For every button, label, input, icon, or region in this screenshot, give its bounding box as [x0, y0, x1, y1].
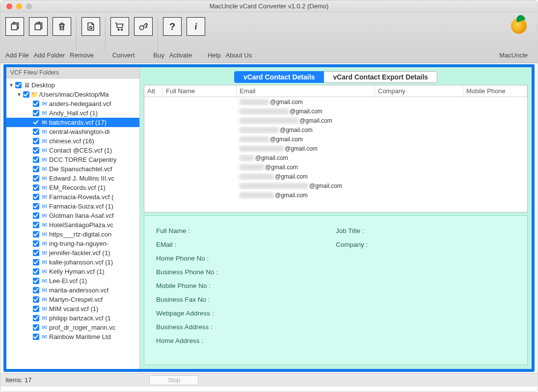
grid-row[interactable]: @gmail.com — [144, 106, 527, 116]
grid-header: Att Full Name Email Company Mobile Phone — [144, 85, 527, 97]
add-file-button[interactable] — [5, 17, 24, 36]
checkbox[interactable] — [33, 119, 39, 126]
checkbox[interactable] — [23, 91, 29, 98]
grid-row[interactable]: @gmail.com — [144, 134, 527, 144]
tree-file[interactable]: ✉EM_Records.vcf (1) — [6, 183, 139, 192]
tree-label: https___rtz-digital.con — [49, 231, 111, 238]
disclosure-icon[interactable]: ▼ — [8, 82, 14, 88]
tree-file[interactable]: ✉Rainbow Maritime Ltd — [6, 332, 139, 341]
checkbox[interactable] — [33, 287, 39, 293]
col-att[interactable]: Att — [144, 85, 163, 97]
tree-file[interactable]: ✉DCC TORRE Carpentry — [6, 155, 139, 164]
tree-file[interactable]: ✉jennifer-fackler.vcf (1) — [6, 248, 139, 258]
tree-file[interactable]: ✉Farmacia-Roveda.vcf ( — [6, 192, 139, 202]
add-folder-button[interactable] — [29, 17, 48, 36]
minimize-window-button[interactable] — [16, 3, 22, 9]
grid-row[interactable]: @gmail.com — [144, 181, 527, 190]
checkbox[interactable] — [33, 194, 39, 200]
tree-label: chinese.vcf (16) — [49, 137, 94, 145]
tree-file[interactable]: ✉Glotman Ilana-Asaf.vcf — [6, 211, 139, 220]
tree-desktop[interactable]: ▼🖥Desktop — [6, 80, 139, 90]
tree-label: DCC TORRE Carpentry — [49, 156, 117, 163]
checkbox[interactable] — [33, 184, 39, 191]
col-full-name[interactable]: Full Name — [163, 85, 237, 97]
checkbox[interactable] — [33, 240, 39, 247]
tree-file[interactable]: ✉kalle-johansson.vcf (1) — [6, 258, 139, 267]
checkbox[interactable] — [33, 268, 39, 275]
tree-folder[interactable]: ▼📁/Users/imac/Desktop/Ma — [6, 90, 139, 99]
tree-file[interactable]: ✉batchvcards.vcf (17) — [6, 118, 139, 127]
checkbox[interactable] — [33, 222, 39, 228]
col-phone[interactable]: Mobile Phone — [463, 85, 527, 97]
checkbox[interactable] — [33, 212, 39, 219]
checkbox[interactable] — [33, 250, 39, 256]
checkbox[interactable] — [33, 278, 39, 284]
activate-button[interactable] — [134, 17, 153, 36]
col-company[interactable]: Company — [375, 85, 463, 97]
remove-button[interactable] — [53, 17, 71, 36]
checkbox[interactable] — [33, 101, 39, 107]
checkbox[interactable] — [33, 296, 39, 303]
grid-row[interactable]: @gmail.com — [144, 172, 527, 181]
tree-file[interactable]: ✉HotelSantiagoPlaza.vc — [6, 220, 139, 230]
checkbox[interactable] — [33, 324, 39, 331]
tree-file[interactable]: ✉Lee-El.vcf (1) — [6, 276, 139, 286]
tree-file[interactable]: ✉anders-hedegaard.vcf — [6, 99, 139, 108]
tree-file[interactable]: ✉philipp bartzack.vcf (1 — [6, 314, 139, 323]
about-button[interactable]: i — [187, 17, 205, 36]
tree-file[interactable]: ✉MIM vcard.vcf (1) — [6, 304, 139, 314]
checkbox[interactable] — [33, 110, 39, 116]
checkbox[interactable] — [33, 166, 39, 172]
stop-button[interactable]: Stop — [149, 375, 198, 385]
label-home-address: Home Address : — [156, 337, 336, 344]
grid-row[interactable]: @gmail.com — [144, 190, 527, 200]
checkbox[interactable] — [33, 231, 39, 237]
tree-file[interactable]: ✉ing-trung-ha-nguyen- — [6, 239, 139, 248]
checkbox[interactable] — [33, 147, 39, 154]
help-button[interactable]: ? — [163, 17, 182, 36]
convert-button[interactable] — [81, 17, 100, 36]
file-tree[interactable]: ▼🖥Desktop▼📁/Users/imac/Desktop/Ma✉anders… — [6, 78, 139, 369]
checkbox[interactable] — [15, 82, 22, 88]
grid-row[interactable]: @gmail.com — [144, 144, 527, 153]
tree-file[interactable]: ✉Farmacia-Suiza.vcf (1) — [6, 202, 139, 211]
tree-file[interactable]: ✉https___rtz-digital.con — [6, 230, 139, 239]
tree-file[interactable]: ✉prof_dr_roger_mann.vc — [6, 323, 139, 332]
checkbox[interactable] — [33, 259, 39, 265]
vcard-file-icon: ✉ — [40, 156, 48, 163]
checkbox[interactable] — [33, 175, 39, 182]
tree-file[interactable]: ✉Martyn-Crespel.vcf — [6, 295, 139, 304]
tree-file[interactable]: ✉Contact @CES.vcf (1) — [6, 146, 139, 155]
grid-row[interactable]: @gmail.com — [144, 153, 527, 162]
tree-file[interactable]: ✉central-washington-di — [6, 127, 139, 136]
checkbox[interactable] — [33, 334, 39, 340]
grid-body[interactable]: @gmail.com@gmail.com@gmail.com@gmail.com… — [144, 97, 527, 212]
tree-file[interactable]: ✉marita-andersson.vcf — [6, 286, 139, 295]
tree-file[interactable]: ✉Die Spanschachtel.vcf — [6, 164, 139, 174]
checkbox[interactable] — [33, 157, 39, 163]
zoom-window-button[interactable] — [26, 3, 32, 9]
tree-file[interactable]: ✉Edward J. Mullins III.vc — [6, 174, 139, 183]
grid-row[interactable]: @gmail.com — [144, 97, 527, 106]
tab-contact-details[interactable]: vCard Contact Details — [234, 71, 324, 83]
checkbox[interactable] — [33, 306, 39, 312]
buy-button[interactable] — [110, 17, 129, 36]
checkbox[interactable] — [33, 129, 39, 135]
tab-export-details[interactable]: vCard Contact Export Details — [324, 71, 437, 83]
tree-file[interactable]: ✉Andy_Hall.vcf (1) — [6, 108, 139, 118]
checkbox[interactable] — [33, 203, 39, 209]
email-suffix: @gmail.com — [275, 192, 308, 199]
label-business-phone: Business Phone No : — [156, 268, 336, 276]
checkbox[interactable] — [33, 138, 39, 144]
close-window-button[interactable] — [6, 3, 12, 9]
disclosure-icon[interactable]: ▼ — [16, 92, 22, 97]
grid-row[interactable]: @gmail.com — [144, 162, 527, 172]
vcard-file-icon: ✉ — [40, 137, 48, 145]
grid-row[interactable]: @gmail.com — [144, 116, 527, 125]
tree-file[interactable]: ✉Kelly Hyman.vcf (1) — [6, 267, 139, 276]
tree-file[interactable]: ✉chinese.vcf (16) — [6, 136, 139, 146]
checkbox[interactable] — [33, 315, 39, 321]
tree-label: /Users/imac/Desktop/Ma — [39, 91, 109, 98]
col-email[interactable]: Email — [237, 85, 375, 97]
grid-row[interactable]: @gmail.com — [144, 125, 527, 134]
